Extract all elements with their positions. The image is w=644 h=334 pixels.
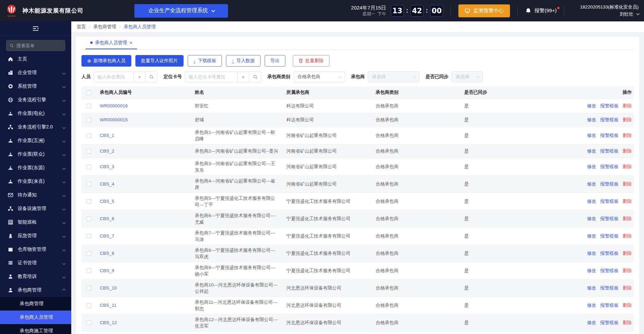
person-id-link[interactable]: CBS_12 (100, 320, 117, 325)
person-id-link[interactable]: CBS_8 (100, 251, 114, 256)
alarm-template-link[interactable]: 报警模板 (600, 251, 619, 256)
sidebar-item[interactable]: 证书管理 (0, 256, 71, 270)
row-checkbox[interactable] (87, 118, 91, 122)
search-person-button[interactable] (146, 71, 157, 82)
system-switcher-button[interactable]: 企业生产全流程管理系统 (134, 4, 228, 18)
person-id-link[interactable]: WR00000015 (100, 117, 128, 122)
alarm-template-link[interactable]: 报警模板 (600, 199, 619, 204)
sidebar-item[interactable]: 作业票(电化) (0, 107, 71, 120)
sidebar-subitem[interactable]: 承包商管理 (0, 297, 71, 311)
select-all-checkbox[interactable] (87, 90, 91, 95)
row-checkbox[interactable] (87, 216, 91, 221)
row-checkbox[interactable] (87, 251, 91, 256)
sidebar-item[interactable]: 企业管理 (0, 66, 71, 80)
row-checkbox[interactable] (87, 234, 91, 239)
delete-link[interactable]: 删除 (623, 164, 632, 169)
batch-import-photos-button[interactable]: 批量导入证件照片 (135, 55, 184, 67)
person-name-input[interactable] (94, 71, 134, 82)
locator-card-input[interactable] (185, 71, 238, 82)
edit-link[interactable]: 修改 (587, 181, 596, 187)
edit-link[interactable]: 修改 (587, 148, 596, 154)
delete-link[interactable]: 删除 (623, 303, 632, 308)
edit-link[interactable]: 修改 (587, 133, 596, 138)
clear-card-button[interactable]: × (238, 71, 249, 82)
add-person-button[interactable]: ⊕ 新增承包商人员 (81, 55, 131, 67)
delete-link[interactable]: 删除 (623, 233, 632, 239)
breadcrumb-contractor-mgmt[interactable]: 承包商管理 (93, 24, 116, 30)
sidebar-item[interactable]: 承包商管理 (0, 283, 71, 297)
row-checkbox[interactable] (87, 286, 91, 291)
person-id-link[interactable]: CBS_1 (100, 133, 114, 138)
alarm-template-link[interactable]: 报警模板 (600, 233, 619, 239)
edit-link[interactable]: 修改 (587, 164, 596, 169)
person-id-link[interactable]: CBS_5 (100, 199, 114, 204)
delete-link[interactable]: 删除 (623, 181, 632, 187)
sidebar-subitem[interactable]: 承包商施工管理 (0, 324, 71, 334)
sidebar-collapse-button[interactable] (0, 21, 71, 36)
import-data-button[interactable]: ↑ 导入数据 (226, 55, 261, 67)
delete-link[interactable]: 删除 (623, 268, 632, 273)
sidebar-search-input[interactable] (16, 43, 61, 48)
delete-link[interactable]: 删除 (623, 285, 632, 291)
batch-delete-button[interactable]: 批量删除 (293, 55, 329, 67)
edit-link[interactable]: 修改 (587, 233, 596, 239)
sidebar-item[interactable]: 设备设施管理 (0, 202, 71, 215)
alarm-template-link[interactable]: 报警模板 (600, 103, 619, 108)
sidebar-item[interactable]: 智能巡检 (0, 215, 71, 229)
tab-contractor-personnel[interactable]: 承包商人员管理 × (86, 37, 137, 49)
sidebar-item[interactable]: 主页 (0, 52, 71, 66)
alarm-template-link[interactable]: 报警模板 (600, 164, 619, 169)
person-id-link[interactable]: CBS_11 (100, 303, 116, 308)
alarm-template-link[interactable]: 报警模板 (600, 303, 619, 308)
download-template-button[interactable]: ↓ 下载模板 (188, 55, 222, 67)
contractor-select[interactable]: 请选择 (368, 71, 419, 82)
delete-link[interactable]: 删除 (623, 320, 632, 325)
edit-link[interactable]: 修改 (587, 320, 596, 325)
alarm-template-link[interactable]: 报警模板 (600, 320, 619, 325)
delete-link[interactable]: 删除 (623, 148, 632, 154)
row-checkbox[interactable] (87, 104, 91, 108)
alarm-template-link[interactable]: 报警模板 (600, 148, 619, 154)
sidebar-item[interactable]: 教育培训 (0, 270, 71, 283)
delete-link[interactable]: 删除 (623, 117, 632, 122)
person-id-link[interactable]: WR00000016 (100, 103, 128, 108)
export-button[interactable]: 导出 (265, 55, 285, 67)
row-checkbox[interactable] (87, 268, 91, 273)
clear-person-button[interactable]: × (134, 71, 146, 82)
tab-close-icon[interactable]: × (130, 40, 132, 45)
breadcrumb-home[interactable]: 首页 (77, 24, 86, 30)
row-checkbox[interactable] (87, 149, 91, 154)
sidebar-item[interactable]: 作业票(来喜) (0, 175, 71, 188)
edit-link[interactable]: 修改 (587, 117, 596, 122)
sidebar-search[interactable] (6, 40, 65, 51)
user-menu[interactable]: 18220205133(标准化安全员) 刘壮壮 (580, 4, 639, 18)
sidebar-item[interactable]: 应急管理 (0, 229, 71, 243)
row-checkbox[interactable] (87, 182, 91, 187)
monitor-center-button[interactable]: 监测预警中心 (458, 4, 510, 17)
sidebar-item[interactable]: 业务流程引擎2.0 (0, 120, 71, 134)
edit-link[interactable]: 修改 (587, 303, 596, 308)
sidebar-item[interactable]: 作业票(联众) (0, 147, 71, 161)
row-checkbox[interactable] (87, 320, 91, 325)
person-id-link[interactable]: CBS_2 (100, 148, 114, 154)
alarm-template-link[interactable]: 报警模板 (600, 268, 619, 273)
edit-link[interactable]: 修改 (587, 199, 596, 204)
sidebar-subitem-active[interactable]: 承包商人员管理 (0, 311, 71, 324)
contractor-type-select[interactable]: 合格承包商 (293, 71, 345, 82)
delete-link[interactable]: 删除 (623, 103, 632, 108)
alarm-template-link[interactable]: 报警模板 (600, 216, 619, 221)
sidebar-item[interactable]: 作业票(五洲) (0, 134, 71, 147)
edit-link[interactable]: 修改 (587, 103, 596, 108)
row-checkbox[interactable] (87, 133, 91, 138)
sidebar-item[interactable]: 作业票(东源) (0, 161, 71, 175)
delete-link[interactable]: 删除 (623, 251, 632, 256)
sidebar-item[interactable]: 待办通知 (0, 188, 71, 202)
person-id-link[interactable]: CBS_4 (100, 181, 114, 187)
edit-link[interactable]: 修改 (587, 216, 596, 221)
person-id-link[interactable]: CBS_10 (100, 285, 117, 291)
person-id-link[interactable]: CBS_7 (100, 233, 114, 239)
row-checkbox[interactable] (87, 303, 91, 308)
person-id-link[interactable]: CBS_9 (100, 268, 114, 273)
search-card-button[interactable] (249, 71, 261, 82)
delete-link[interactable]: 删除 (623, 133, 632, 138)
